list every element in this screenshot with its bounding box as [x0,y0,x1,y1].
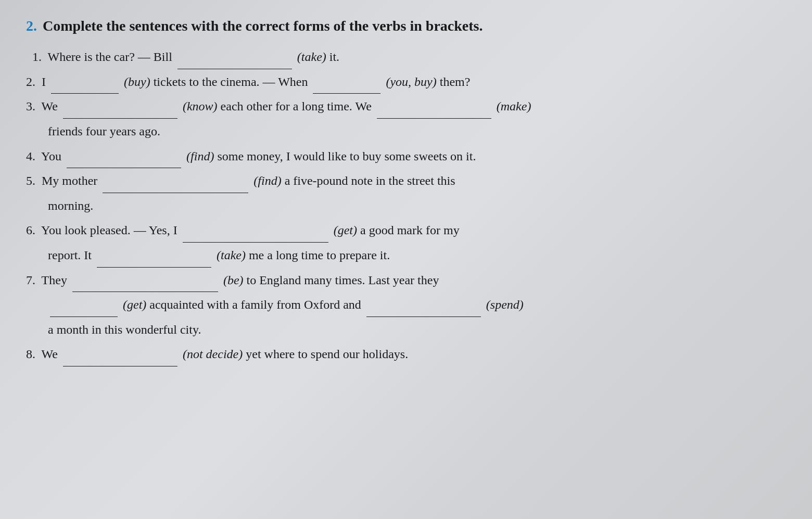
sentence-3-line1: 3. We (know) each other for a long time.… [26,95,786,119]
blank-3-2[interactable] [377,105,491,119]
exercise-content: 1. Where is the car? — Bill (take) it. 2… [26,45,786,366]
exercise-instruction: Complete the sentences with the correct … [43,18,483,34]
blank-8-1[interactable] [63,353,177,366]
exercise-number: 2. [26,18,37,34]
blank-2-2[interactable] [313,80,380,94]
sentence-7-line1: 7. They (be) to England many times. Last… [26,269,786,293]
blank-6-1[interactable] [183,229,328,243]
blank-1-1[interactable] [177,55,292,69]
blank-7-2[interactable] [50,303,118,317]
blank-4-1[interactable] [67,155,181,168]
blank-7-3[interactable] [366,303,481,317]
sentence-6-line2: report. It (take) me a long time to prep… [26,244,786,268]
sentence-5-line2: morning. [26,194,786,218]
exercise-title: 2. Complete the sentences with the corre… [26,16,786,36]
sentence-6-line1: 6. You look pleased. — Yes, I (get) a go… [26,219,786,243]
sentence-3-line2: friends four years ago. [26,120,786,144]
sentence-4: 4. You (find) some money, I would like t… [26,145,786,169]
sentence-7-line2: (get) acquainted with a family from Oxfo… [26,293,786,317]
page-container: 2. Complete the sentences with the corre… [26,16,786,368]
sentence-2: 2. I (buy) tickets to the cinema. — When… [26,70,786,94]
blank-7-1[interactable] [72,279,218,292]
blank-3-1[interactable] [63,105,177,119]
sentence-1: 1. Where is the car? — Bill (take) it. [26,45,786,69]
sentence-8: 8. We (not decide) yet where to spend ou… [26,343,786,366]
blank-5-1[interactable] [103,179,248,193]
sentence-5-line1: 5. My mother (find) a five-pound note in… [26,169,786,193]
blank-6-2[interactable] [97,254,211,267]
blank-2-1[interactable] [51,80,119,94]
sentence-7-line3: a month in this wonderful city. [26,318,786,342]
